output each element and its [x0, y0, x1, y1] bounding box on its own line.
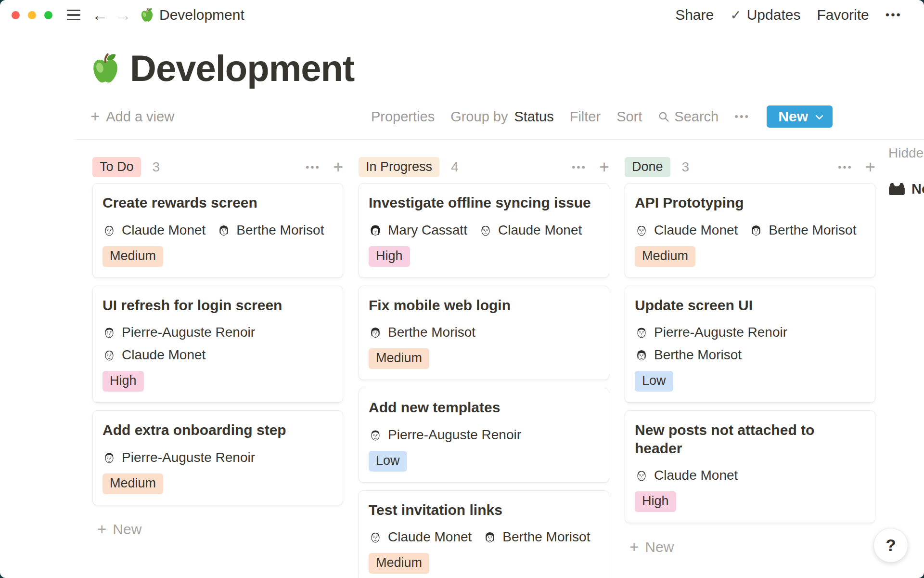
favorite-button[interactable]: Favorite — [817, 7, 869, 23]
filter-button[interactable]: Filter — [570, 109, 601, 125]
assignee: Claude Monet — [369, 529, 472, 545]
updates-button[interactable]: ✓ Updates — [730, 7, 800, 23]
minimize-window-button[interactable] — [28, 11, 36, 19]
assignee-name: Claude Monet — [654, 223, 738, 238]
breadcrumb-label: Development — [159, 7, 244, 23]
card-assignees: Pierre-Auguste Renoir Berthe Morisot — [635, 325, 865, 363]
assignee-name: Pierre-Auguste Renoir — [654, 325, 787, 340]
assignee: Claude Monet — [103, 347, 205, 363]
plus-icon: + — [97, 520, 106, 539]
priority-tag: High — [369, 246, 410, 267]
assignee-name: Pierre-Auguste Renoir — [122, 450, 255, 465]
column-add-icon[interactable]: + — [865, 158, 875, 176]
add-view-label: Add a view — [106, 109, 174, 125]
view-toolbar: + Add a view Properties Group by Status … — [0, 105, 924, 128]
card[interactable]: Fix mobile web login Berthe Morisot Medi… — [359, 286, 609, 381]
column-add-icon[interactable]: + — [333, 158, 343, 176]
column-status-badge: To Do — [92, 157, 141, 177]
assignee: Berthe Morisot — [483, 529, 590, 545]
card-title: Investigate offline syncing issue — [369, 194, 599, 212]
person-avatar-icon — [103, 326, 116, 339]
assignee-name: Claude Monet — [388, 529, 472, 545]
new-button[interactable]: New — [767, 105, 833, 128]
person-avatar-icon — [479, 223, 492, 237]
column-done: Done 3 ••• + API Prototyping Claude Mone… — [625, 159, 875, 556]
card-assignees: Berthe Morisot — [369, 325, 599, 340]
column-more-icon[interactable]: ••• — [306, 161, 321, 173]
card-assignees: Claude Monet Berthe Morisot — [635, 223, 865, 238]
add-view-button[interactable]: + Add a view — [90, 107, 174, 126]
more-options-icon[interactable]: ••• — [886, 8, 902, 22]
column-status-badge: In Progress — [359, 157, 439, 177]
card-assignees: Pierre-Auguste Renoir — [369, 427, 599, 443]
person-avatar-icon — [369, 326, 382, 339]
add-card-button[interactable]: + New — [629, 538, 875, 556]
hidden-columns-panel: Hidden columns No Status — [888, 145, 924, 197]
properties-button[interactable]: Properties — [371, 109, 435, 125]
group-by-value: Status — [514, 109, 553, 125]
breadcrumb[interactable]: Development — [140, 7, 244, 23]
share-button[interactable]: Share — [675, 7, 714, 23]
back-arrow-icon[interactable]: ← — [90, 7, 110, 23]
new-button-label: New — [778, 108, 808, 125]
sidebar-menu-icon[interactable] — [65, 8, 82, 23]
assignee-name: Berthe Morisot — [236, 223, 324, 238]
column-more-icon[interactable]: ••• — [572, 161, 587, 173]
person-avatar-icon — [749, 223, 763, 237]
search-button[interactable]: Search — [658, 109, 719, 125]
assignee: Pierre-Auguste Renoir — [635, 325, 787, 340]
assignee: Berthe Morisot — [217, 223, 324, 238]
help-button[interactable]: ? — [873, 528, 908, 563]
view-more-options-icon[interactable]: ••• — [734, 110, 750, 123]
card[interactable]: New posts not attached to header Claude … — [625, 410, 875, 523]
card[interactable]: API Prototyping Claude Monet Berthe Mori… — [625, 183, 875, 278]
card-title: Update screen UI — [635, 296, 865, 315]
person-avatar-icon — [635, 223, 648, 237]
person-avatar-icon — [635, 469, 648, 482]
sort-button[interactable]: Sort — [616, 109, 642, 125]
priority-tag: Medium — [635, 246, 695, 267]
check-icon: ✓ — [730, 7, 741, 23]
app-window: ← → Development Share ✓ Updates Favorite… — [0, 0, 924, 578]
assignee: Pierre-Auguste Renoir — [103, 450, 255, 465]
inbox-icon — [888, 182, 905, 197]
assignee-name: Berthe Morisot — [769, 223, 856, 238]
page-icon-green-apple[interactable] — [90, 52, 120, 85]
help-label: ? — [886, 536, 896, 555]
close-window-button[interactable] — [12, 11, 20, 19]
card-title: Test invitation links — [369, 501, 599, 519]
card[interactable]: Update screen UI Pierre-Auguste Renoir B… — [625, 286, 875, 403]
card-title: API Prototyping — [635, 194, 865, 212]
card[interactable]: Investigate offline syncing issue Mary C… — [359, 183, 609, 278]
card[interactable]: UI refresh for login screen Pierre-Augus… — [92, 286, 343, 403]
card[interactable]: Add extra onboarding step Pierre-Auguste… — [92, 410, 343, 505]
add-card-label: New — [645, 539, 674, 555]
add-card-button[interactable]: + New — [97, 520, 343, 539]
column-more-icon[interactable]: ••• — [838, 161, 853, 173]
chevron-down-icon[interactable] — [814, 112, 825, 123]
person-avatar-icon — [483, 530, 497, 544]
card[interactable]: Test invitation links Claude Monet Berth… — [359, 490, 609, 578]
card[interactable]: Add new templates Pierre-Auguste Renoir … — [359, 388, 609, 483]
priority-tag: Medium — [103, 246, 163, 267]
person-avatar-icon — [103, 348, 116, 362]
card-assignees: Pierre-Auguste Renoir — [103, 450, 333, 465]
search-icon — [658, 111, 670, 123]
green-apple-icon — [140, 7, 154, 23]
assignee: Berthe Morisot — [369, 325, 475, 340]
column-add-icon[interactable]: + — [599, 158, 609, 176]
forward-arrow-icon[interactable]: → — [113, 7, 133, 23]
zoom-window-button[interactable] — [44, 11, 52, 19]
assignee-name: Pierre-Auguste Renoir — [388, 427, 521, 443]
group-by-button[interactable]: Group by Status — [450, 109, 554, 125]
assignee: Claude Monet — [635, 468, 738, 483]
topbar: ← → Development Share ✓ Updates Favorite… — [0, 0, 924, 30]
card[interactable]: Create rewards screen Claude Monet Berth… — [92, 183, 343, 278]
assignee: Pierre-Auguste Renoir — [103, 325, 255, 340]
assignee-name: Claude Monet — [498, 223, 582, 238]
card-title: Add new templates — [369, 398, 599, 417]
page-title: Development — [130, 47, 354, 89]
no-status-group[interactable]: No Status — [888, 181, 924, 197]
card-title: UI refresh for login screen — [103, 296, 333, 315]
person-avatar-icon — [103, 451, 116, 464]
